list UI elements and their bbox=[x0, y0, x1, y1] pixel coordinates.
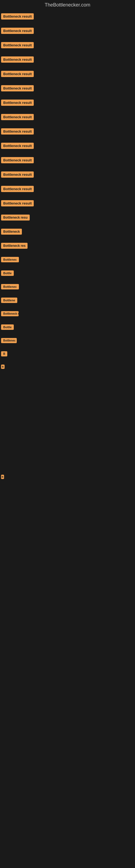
list-item: Bottle bbox=[1, 268, 135, 277]
list-item: Bottleneck result bbox=[1, 26, 135, 35]
list-item: Bottlenec bbox=[1, 336, 135, 344]
list-item: Bottlenec bbox=[1, 282, 135, 290]
bottleneck-badge-last[interactable]: B bbox=[1, 475, 4, 479]
list-item: Bottlenec bbox=[1, 255, 135, 264]
list-item: Bottleneck result bbox=[1, 54, 135, 64]
bottleneck-badge[interactable]: B bbox=[1, 365, 5, 369]
bottleneck-badge[interactable]: Bottleneck result bbox=[1, 186, 34, 192]
bottleneck-badge[interactable]: Bottlenec bbox=[1, 338, 17, 343]
list-item: Bottleneck result bbox=[1, 155, 135, 164]
spacer-bottom-2 bbox=[1, 507, 135, 528]
bottleneck-badge[interactable]: Bottleneck result bbox=[1, 85, 34, 91]
spacer-section bbox=[1, 375, 135, 407]
list-item: Bottleneck result bbox=[1, 40, 135, 50]
list-item: Bottleneck resu bbox=[1, 212, 135, 222]
spacer-bottom-5 bbox=[1, 572, 135, 593]
bottleneck-badge[interactable]: Bottleneck result bbox=[1, 28, 34, 34]
bottleneck-badge[interactable]: Bottleneck res bbox=[1, 243, 28, 249]
bottleneck-badge[interactable]: Bottleneck r bbox=[1, 311, 18, 316]
list-item: Bottleneck result bbox=[1, 97, 135, 107]
bottleneck-badge[interactable]: Bottlenec bbox=[1, 257, 19, 262]
bottleneck-badge[interactable]: Bottleneck bbox=[1, 229, 22, 235]
bottleneck-badge[interactable]: Bottle bbox=[1, 324, 14, 330]
spacer-section-2 bbox=[1, 407, 135, 440]
bottleneck-badge[interactable]: Bottleneck result bbox=[1, 114, 34, 120]
bottleneck-badge[interactable]: Bottleneck result bbox=[1, 200, 34, 207]
list-item: Bottleneck res bbox=[1, 241, 135, 250]
list-item: Bottleneck result bbox=[1, 141, 135, 150]
list-item: Bottleneck result bbox=[1, 198, 135, 208]
bottleneck-badge[interactable]: Bottleneck result bbox=[1, 157, 34, 163]
spacer-bottom-4 bbox=[1, 550, 135, 572]
spacer-bottom-6 bbox=[1, 593, 135, 615]
bottleneck-badge[interactable]: Bottleneck result bbox=[1, 128, 34, 134]
list-item: Bottlene bbox=[1, 296, 135, 304]
spacer-section-3 bbox=[1, 440, 135, 472]
bottleneck-badge[interactable]: Bottleneck result bbox=[1, 56, 34, 63]
bottleneck-badge[interactable]: Bottleneck resu bbox=[1, 215, 30, 220]
list-item: B bbox=[1, 362, 135, 370]
spacer-bottom-3 bbox=[1, 528, 135, 550]
list-item: B bbox=[1, 349, 135, 358]
list-item: Bottleneck result bbox=[1, 169, 135, 179]
list-item: Bottle bbox=[1, 322, 135, 331]
bottleneck-badge[interactable]: Bottleneck result bbox=[1, 143, 34, 149]
list-item: Bottleneck result bbox=[1, 11, 135, 21]
list-item: Bottleneck r bbox=[1, 309, 135, 317]
bottleneck-badge[interactable]: Bottleneck result bbox=[1, 172, 34, 178]
list-item: Bottleneck result bbox=[1, 126, 135, 135]
list-item: Bottleneck result bbox=[1, 83, 135, 93]
spacer-bottom bbox=[1, 485, 135, 507]
bottleneck-badge[interactable]: Bottle bbox=[1, 271, 14, 276]
list-item: Bottleneck bbox=[1, 226, 135, 236]
list-item: Bottleneck result bbox=[1, 112, 135, 121]
bottleneck-badge[interactable]: Bottleneck result bbox=[1, 13, 34, 20]
site-title: TheBottlenecker.com bbox=[0, 0, 135, 11]
items-container: Bottleneck result Bottleneck result Bott… bbox=[0, 11, 135, 615]
bottleneck-badge[interactable]: Bottleneck result bbox=[1, 99, 34, 106]
list-item: Bottleneck result bbox=[1, 184, 135, 193]
bottleneck-badge[interactable]: B bbox=[1, 351, 7, 356]
bottleneck-badge[interactable]: Bottlenec bbox=[1, 284, 19, 289]
bottleneck-badge[interactable]: Bottleneck result bbox=[1, 42, 34, 48]
bottleneck-badge[interactable]: Bottleneck result bbox=[1, 71, 34, 77]
bottleneck-badge[interactable]: Bottlene bbox=[1, 298, 17, 303]
list-item: Bottleneck result bbox=[1, 69, 135, 78]
page-wrapper: TheBottlenecker.com Bottleneck result Bo… bbox=[0, 0, 135, 615]
list-item-last: B bbox=[1, 472, 135, 480]
